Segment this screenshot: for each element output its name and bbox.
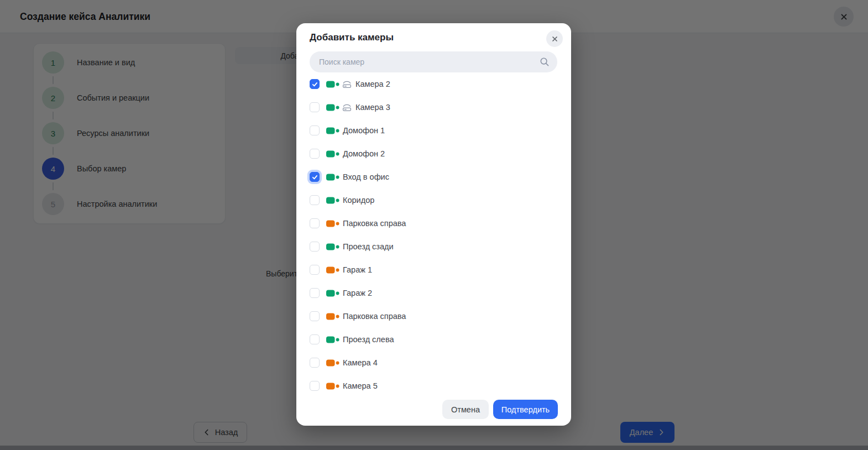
camera-name: Камера 2 [355, 80, 390, 88]
camera-list-item[interactable]: Домофон 2 [310, 142, 558, 165]
camera-status-icon [326, 336, 339, 344]
camera-name: Вход в офис [343, 172, 389, 181]
camera-status-icon [326, 150, 339, 158]
close-icon [551, 35, 559, 43]
camera-checkbox[interactable] [310, 265, 320, 275]
camera-name: Коридор [343, 196, 374, 205]
camera-name: Домофон 1 [343, 126, 385, 135]
camera-checkbox[interactable] [310, 102, 320, 112]
camera-name: Парковка справа [343, 219, 406, 228]
camera-list-item[interactable]: Парковка справа [310, 212, 558, 235]
camera-status-icon [326, 219, 339, 228]
camera-list-item[interactable]: Гараж 1 [310, 258, 558, 281]
camera-checkbox[interactable] [310, 311, 320, 321]
camera-list-item[interactable]: Камера 5 [310, 374, 558, 397]
camera-checkbox[interactable] [310, 381, 320, 391]
camera-checkbox[interactable] [310, 172, 320, 182]
cancel-button[interactable]: Отмена [442, 400, 489, 419]
camera-checkbox[interactable] [310, 242, 320, 252]
camera-list-item[interactable]: Домофон 1 [310, 119, 558, 142]
camera-status-icon [326, 359, 339, 367]
modal-close-button[interactable] [546, 30, 563, 47]
camera-status-icon [326, 173, 339, 181]
camera-checkbox[interactable] [310, 125, 320, 135]
camera-status-icon [326, 289, 339, 297]
camera-checkbox[interactable] [310, 334, 320, 344]
camera-list-item[interactable]: Парковка справа [310, 305, 558, 328]
camera-list-item[interactable]: Камера 2 [310, 72, 558, 96]
camera-list: Камера 2 Камера 3 Домофон 1 [310, 72, 558, 397]
camera-status-icon [326, 312, 339, 321]
camera-name: Проезд слева [343, 335, 394, 344]
camera-list-item[interactable]: Вход в офис [310, 165, 558, 189]
camera-name: Камера 4 [343, 358, 378, 367]
camera-checkbox[interactable] [310, 218, 320, 228]
add-cameras-modal: Добавить камеры Камера 2 [296, 23, 571, 426]
camera-checkbox[interactable] [310, 358, 320, 368]
camera-checkbox[interactable] [310, 288, 320, 298]
camera-status-icon [326, 266, 339, 274]
camera-status-icon [326, 196, 339, 205]
camera-checkbox[interactable] [310, 195, 320, 205]
camera-list-item[interactable]: Проезд сзади [310, 235, 558, 258]
camera-list-item[interactable]: Камера 4 [310, 351, 558, 374]
camera-status-icon [326, 103, 339, 112]
camera-status-icon [326, 127, 339, 135]
camera-name: Проезд сзади [343, 242, 394, 251]
camera-name: Домофон 2 [343, 149, 385, 158]
camera-name: Гараж 1 [343, 265, 372, 274]
camera-list-item[interactable]: Проезд слева [310, 328, 558, 351]
camera-search-input[interactable] [310, 51, 557, 72]
camera-list-item[interactable]: Гараж 2 [310, 281, 558, 305]
camera-checkbox[interactable] [310, 149, 320, 159]
modal-title: Добавить камеры [310, 32, 394, 43]
camera-list-item[interactable]: Камера 3 [310, 96, 558, 119]
camera-name: Камера 5 [343, 381, 378, 390]
camera-status-icon [326, 243, 339, 251]
camera-status-icon [326, 80, 339, 88]
archive-icon [342, 103, 352, 112]
camera-name: Гараж 2 [343, 289, 372, 297]
modal-footer: Отмена Подтвердить [296, 400, 571, 419]
camera-search [310, 51, 557, 72]
camera-checkbox[interactable] [310, 79, 320, 89]
camera-status-icon [326, 382, 339, 390]
camera-name: Камера 3 [355, 103, 390, 112]
confirm-button[interactable]: Подтвердить [493, 400, 558, 419]
camera-name: Парковка справа [343, 312, 406, 321]
archive-icon [342, 80, 352, 88]
search-icon [540, 57, 550, 67]
camera-list-item[interactable]: Коридор [310, 189, 558, 212]
